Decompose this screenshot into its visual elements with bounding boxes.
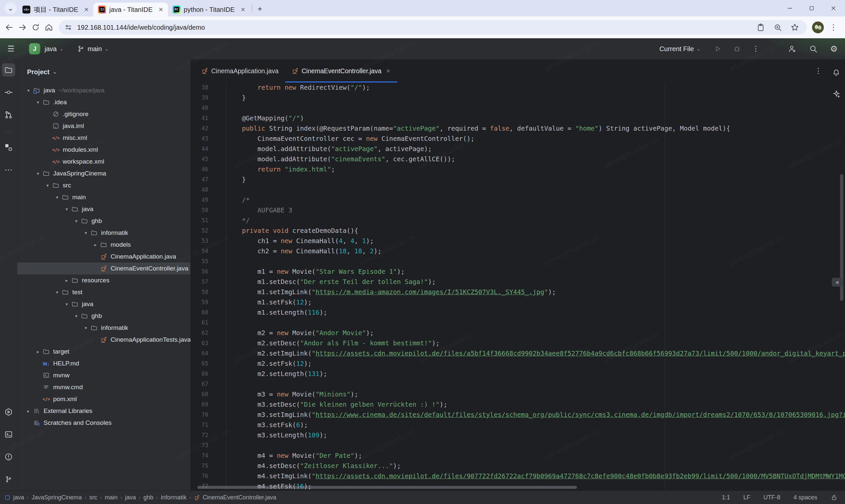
tree-item-informatik[interactable]: ▾informatik <box>17 227 191 239</box>
tree-chevron-icon[interactable]: ▾ <box>63 302 71 307</box>
line-number[interactable]: 71 <box>191 420 226 430</box>
line-number[interactable]: 70 <box>191 410 226 420</box>
line-number[interactable]: 56 <box>191 267 226 277</box>
tree-chevron-icon[interactable]: ▸ <box>63 278 71 283</box>
breadcrumb-item[interactable]: java <box>13 494 24 501</box>
line-number[interactable]: 60 <box>191 307 226 318</box>
version-control-tool-icon[interactable] <box>2 473 15 486</box>
tree-item-modules-xml[interactable]: </>modules.xml <box>17 144 191 156</box>
address-bar[interactable]: 192.168.101.144/ide/web/coding/java/demo <box>59 20 807 35</box>
tree-chevron-icon[interactable]: ▾ <box>53 290 61 295</box>
line-number[interactable]: 42 <box>191 123 226 133</box>
line-number[interactable]: 72 <box>191 430 226 440</box>
more-tools-icon[interactable]: ⋯ <box>2 163 15 177</box>
tree-chevron-icon[interactable]: ▾ <box>53 195 61 200</box>
code-line[interactable]: 55 <box>191 256 845 267</box>
breadcrumb-item[interactable]: src <box>89 494 97 501</box>
services-tool-icon[interactable] <box>2 406 15 418</box>
project-panel-chevron-icon[interactable]: ⌄ <box>53 69 57 75</box>
code-line[interactable]: 40 <box>191 103 845 113</box>
tree-chevron-icon[interactable]: ▾ <box>43 183 52 188</box>
code-line[interactable]: 39 } <box>191 93 845 103</box>
file-encoding[interactable]: UTF-8 <box>763 494 780 501</box>
debug-button[interactable] <box>733 45 741 53</box>
code-line[interactable]: 57 m1.setDesc("Der erste Teil der tollen… <box>191 277 845 287</box>
code-viewport[interactable]: 38 return new RedirectView("/");39 }4041… <box>191 83 845 490</box>
code-line[interactable]: 62 m2 = new Movie("Andor Movie"); <box>191 328 845 338</box>
browser-tab[interactable]: PCpython - TitanIDE✕ <box>168 3 250 17</box>
pull-requests-tool-icon[interactable] <box>2 108 15 121</box>
editor-tab-close-icon[interactable]: ✕ <box>386 68 390 74</box>
tab-close-icon[interactable]: ✕ <box>84 6 89 13</box>
code-line[interactable]: 46 return "index.html"; <box>191 164 845 175</box>
profile-avatar[interactable] <box>812 21 824 33</box>
tree-chevron-icon[interactable]: ▾ <box>72 218 80 223</box>
code-line[interactable]: 65 m2.setFsk(12); <box>191 359 845 369</box>
code-line[interactable]: 60 m1.setLength(116); <box>191 307 845 318</box>
tree-item-mvnw[interactable]: mvnw <box>17 370 191 381</box>
line-number[interactable]: 43 <box>191 133 226 144</box>
tree-item-cinemaapplication-java[interactable]: CinemaApplication.java <box>17 251 191 263</box>
branch-name[interactable]: main <box>87 45 102 53</box>
line-number[interactable]: 51 <box>191 215 226 226</box>
code-line[interactable]: 45 model.addAttribute("cinemaEvents", ce… <box>191 154 845 164</box>
indent-style[interactable]: 4 spaces <box>793 494 817 501</box>
breadcrumb-item[interactable]: JavaSpringCinema <box>32 494 82 501</box>
code-line[interactable]: 58 m1.setImgLink("https://m.media-amazon… <box>191 287 845 297</box>
tree-chevron-icon[interactable]: ▾ <box>82 325 90 330</box>
caret-position[interactable]: 1:1 <box>722 494 730 501</box>
code-line[interactable]: 42 public String index(@RequestParam(nam… <box>191 123 845 133</box>
tree-item-cinemaeventcontroller-java[interactable]: CinemaEventController.java <box>17 263 191 274</box>
tree-item-java[interactable]: ▾java <box>17 203 191 215</box>
code-line[interactable]: 56 m1 = new Movie("Star Wars Episode 1")… <box>191 267 845 277</box>
code-line[interactable]: 69 m3.setDesc("Die kleinen gelben Verrüc… <box>191 399 845 410</box>
url-text[interactable]: 192.168.101.144/ide/web/coding/java/demo <box>77 24 205 31</box>
run-config-selector[interactable]: Current File <box>659 45 694 53</box>
tree-item-ghb[interactable]: ▾ghb <box>17 215 191 227</box>
line-number[interactable]: 45 <box>191 154 226 164</box>
line-number[interactable]: 67 <box>191 379 226 389</box>
tree-item-java[interactable]: ▾java~/workspace/java <box>17 85 191 96</box>
project-badge[interactable]: J <box>29 43 40 54</box>
code-line[interactable]: 71 m3.setFsk(6); <box>191 420 845 430</box>
tree-item--gitignore[interactable]: .gitignore <box>17 108 191 120</box>
window-maximize-button[interactable] <box>805 2 818 15</box>
tree-item-test[interactable]: ▾test <box>17 286 191 298</box>
tree-item--idea[interactable]: ▾.idea <box>17 96 191 108</box>
line-number[interactable]: 44 <box>191 144 226 154</box>
code-line[interactable]: 63 m2.setDesc("Andor als Film - kommt be… <box>191 338 845 348</box>
code-line[interactable]: 67 <box>191 379 845 389</box>
tree-item-main[interactable]: ▾main <box>17 191 191 203</box>
line-number[interactable]: 38 <box>191 83 226 93</box>
terminal-tool-icon[interactable] <box>2 428 15 441</box>
line-number[interactable]: 66 <box>191 369 226 379</box>
line-number[interactable]: 41 <box>191 113 226 123</box>
code-line[interactable]: 54 ch2 = new CinemaHall(18, 18, 2); <box>191 246 845 256</box>
line-number[interactable]: 61 <box>191 318 226 328</box>
line-number[interactable]: 75 <box>191 461 226 471</box>
breadcrumb-item[interactable]: informatik <box>161 494 187 501</box>
code-line[interactable]: 53 ch1 = new CinemaHall(4, 4, 1); <box>191 236 845 246</box>
tree-item-misc-xml[interactable]: </>misc.xml <box>17 132 191 144</box>
line-number[interactable]: 47 <box>191 175 226 185</box>
tab-search-chevron-icon[interactable]: ⌄ <box>5 2 17 14</box>
tree-item-scratches-and-consoles[interactable]: Scratches and Consoles <box>17 417 191 429</box>
code-line[interactable]: 68 m3 = new Movie("Minions"); <box>191 389 845 399</box>
main-menu-hamburger-icon[interactable]: ☰ <box>6 44 16 53</box>
clipboard-icon[interactable] <box>756 22 765 32</box>
line-number[interactable]: 59 <box>191 297 226 307</box>
tree-item-external-libraries[interactable]: ▸External Libraries <box>17 405 191 417</box>
line-number[interactable]: 68 <box>191 389 226 399</box>
zoom-page-icon[interactable] <box>773 22 782 32</box>
site-info-icon[interactable] <box>64 22 73 32</box>
tree-chevron-icon[interactable]: ▸ <box>91 242 99 247</box>
code-with-me-icon[interactable] <box>788 44 796 53</box>
home-icon[interactable] <box>44 22 54 32</box>
collapse-panel-button[interactable]: « <box>832 278 843 287</box>
tree-item-mvnw-cmd[interactable]: mvnw.cmd <box>17 381 191 393</box>
editor-tab-options-icon[interactable]: ⋮ <box>815 67 822 75</box>
line-number[interactable]: 48 <box>191 185 226 195</box>
browser-tab[interactable]: IJjava - TitanIDE✕ <box>93 3 168 17</box>
tree-chevron-icon[interactable]: ▾ <box>82 230 90 235</box>
tree-item-resources[interactable]: ▸resources <box>17 274 191 286</box>
